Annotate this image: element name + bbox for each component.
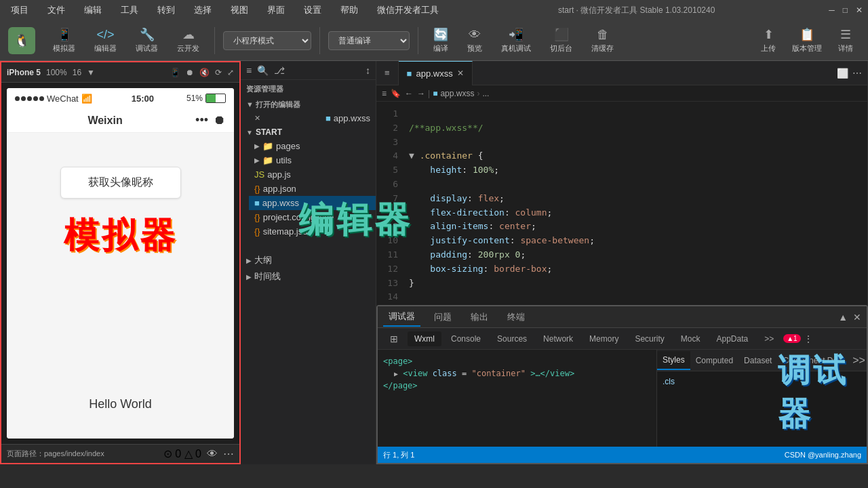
record-icon[interactable]: ⏺ — [186, 68, 194, 77]
debug-collapse-icon[interactable]: ▲ — [838, 312, 848, 323]
tab-inactive[interactable]: ≡ — [376, 61, 399, 85]
tree-sitemap[interactable]: {} sitemap.json — [249, 224, 376, 239]
security-tab[interactable]: Security — [628, 331, 671, 346]
menu-item-interface[interactable]: 界面 — [262, 1, 290, 19]
version-mgr-button[interactable]: 📋 版本管理 — [785, 24, 829, 56]
computed-tab[interactable]: Computed — [690, 352, 738, 369]
more-tabs-icon[interactable]: >> — [757, 331, 781, 346]
mock-tab[interactable]: Mock — [674, 331, 707, 346]
breadcrumb-menu-icon[interactable]: ≡ — [382, 89, 387, 98]
separator-3 — [418, 27, 418, 54]
xml-view-tag[interactable]: ▶ <view class = "container" >…</view> — [383, 367, 651, 380]
minimize-button[interactable]: ─ — [829, 5, 835, 15]
simulator-button[interactable]: 📱 模拟器 — [46, 24, 82, 56]
menu-item-devtools[interactable]: 微信开发者工具 — [372, 1, 444, 19]
editor-button[interactable]: </> 编辑器 — [87, 25, 123, 56]
debug-tab-issues[interactable]: 问题 — [429, 308, 457, 326]
debug-close-icon[interactable]: ✕ — [853, 312, 861, 323]
debug-tab-terminal[interactable]: 终端 — [502, 308, 530, 326]
cloud-button[interactable]: ☁ 云开发 — [170, 24, 206, 56]
tree-utils-folder[interactable]: ▶ 📁 utils — [249, 153, 376, 167]
utils-arrow[interactable]: ▶ — [254, 157, 260, 164]
menu-item-project[interactable]: 项目 — [5, 1, 34, 19]
cut-back-button[interactable]: ⬛ 切后台 — [543, 24, 579, 56]
wxml-tab[interactable]: Wxml — [408, 331, 441, 346]
tree-collapse-icon[interactable]: ↕ — [366, 65, 370, 76]
breadcrumb-back-icon[interactable]: ← — [405, 89, 413, 98]
menu-item-tools[interactable]: 工具 — [115, 1, 144, 19]
menu-item-select[interactable]: 选择 — [189, 1, 217, 19]
tree-appwxss[interactable]: ■ app.wxss — [249, 196, 376, 210]
menu-item-goto[interactable]: 转到 — [152, 1, 180, 19]
compile-button[interactable]: 🔄 编译 — [427, 24, 455, 56]
menu-bar-items[interactable]: 项目 文件 编辑 工具 转到 选择 视图 界面 设置 帮助 微信开发者工具 — [5, 1, 444, 19]
outline-arrow[interactable]: ▶ — [246, 257, 252, 264]
eye-icon[interactable]: 👁 — [207, 448, 218, 460]
mute-icon[interactable]: 🔇 — [199, 68, 210, 77]
more-icon[interactable]: ⋯ — [223, 447, 234, 460]
rotate-icon[interactable]: ⟳ — [215, 68, 222, 77]
more-editor-icon[interactable]: ⋯ — [852, 68, 862, 79]
close-file-icon[interactable]: ✕ — [254, 114, 260, 123]
debug-tab-output[interactable]: 输出 — [465, 308, 494, 326]
styles-tab[interactable]: Styles — [657, 351, 690, 370]
open-editors-arrow[interactable]: ▼ — [246, 100, 254, 108]
menu-item-settings[interactable]: 设置 — [298, 1, 327, 19]
debugger-button[interactable]: 🔧 调试器 — [129, 24, 165, 56]
clear-cache-button[interactable]: 🗑 清缓存 — [585, 25, 620, 56]
cloud-label: 云开发 — [177, 43, 199, 54]
preview-button[interactable]: 👁 预览 — [460, 25, 489, 56]
breadcrumb-bookmark-icon[interactable]: 🔖 — [391, 89, 401, 98]
phone-frame-icon[interactable]: 📱 — [170, 68, 180, 77]
debug-more-icon[interactable]: ⋮ — [804, 333, 813, 344]
scale-dropdown-icon[interactable]: ▼ — [87, 68, 95, 77]
tree-project-root[interactable]: ▼ START — [241, 125, 376, 139]
pages-arrow[interactable]: ▶ — [254, 142, 260, 150]
tree-outline-section[interactable]: ▶ 大纲 — [241, 252, 376, 268]
console-tab[interactable]: Console — [444, 331, 488, 346]
component-data-tab[interactable]: Component Data — [777, 352, 850, 369]
menu-item-edit[interactable]: 编辑 — [79, 1, 107, 19]
hello-world-text: Hello World — [89, 397, 152, 411]
upload-button[interactable]: ⬆ 上传 — [754, 24, 783, 56]
memory-tab[interactable]: Memory — [583, 331, 625, 346]
project-arrow[interactable]: ▼ — [246, 129, 253, 136]
tree-git-icon[interactable]: ⎇ — [274, 65, 285, 76]
right-tabs-more[interactable]: >> — [850, 352, 867, 369]
sources-tab[interactable]: Sources — [490, 331, 534, 346]
xml-page-close[interactable]: </page> — [383, 380, 651, 392]
dataset-tab[interactable]: Dataset — [738, 352, 777, 369]
tree-appjs[interactable]: JS app.js — [249, 167, 376, 182]
open-file-appwxss[interactable]: ✕ ■ app.wxss — [249, 111, 376, 125]
nav-record-icon[interactable]: ⏺ — [214, 113, 226, 127]
split-editor-icon[interactable]: ⬜ — [837, 68, 848, 79]
get-avatar-button[interactable]: 获取头像昵称 — [60, 167, 181, 199]
tree-projectconfig[interactable]: {} project.config.json — [249, 210, 376, 224]
real-debug-button[interactable]: 📲 真机调试 — [494, 24, 538, 56]
mode-select[interactable]: 小程序模式 — [223, 31, 311, 50]
tree-appjson[interactable]: {} app.json — [249, 182, 376, 196]
details-button[interactable]: ☰ 详情 — [831, 24, 860, 56]
menu-item-file[interactable]: 文件 — [42, 1, 71, 19]
tree-pages-folder[interactable]: ▶ 📁 pages — [249, 139, 376, 153]
tab-appwxss[interactable]: ■ app.wxss ✕ — [399, 61, 473, 85]
tree-search-icon[interactable]: 🔍 — [257, 65, 269, 76]
debug-tab-debugger[interactable]: 调试器 — [383, 308, 420, 327]
tree-timeline-section[interactable]: ▶ 时间线 — [241, 268, 376, 285]
tab-close-icon[interactable]: ✕ — [457, 68, 464, 78]
maximize-button[interactable]: □ — [843, 5, 848, 15]
xml-page-tag[interactable]: <page> — [383, 355, 651, 367]
close-button[interactable]: ✕ — [856, 5, 863, 15]
timeline-arrow[interactable]: ▶ — [246, 273, 252, 281]
network-tab[interactable]: Network — [536, 331, 580, 346]
nav-dots-icon[interactable]: ••• — [195, 113, 208, 127]
menu-item-help[interactable]: 帮助 — [335, 1, 363, 19]
tree-menu-icon[interactable]: ≡ — [246, 65, 252, 76]
devtools-icon[interactable]: ⊞ — [383, 331, 405, 347]
compile-select[interactable]: 普通编译 — [328, 31, 410, 50]
expand-icon[interactable]: ⤢ — [227, 68, 234, 77]
window-controls[interactable]: ─ □ ✕ — [829, 5, 863, 15]
appdata-tab[interactable]: AppData — [709, 331, 755, 346]
menu-item-view[interactable]: 视图 — [225, 1, 254, 19]
breadcrumb-forward-icon[interactable]: → — [417, 89, 425, 98]
